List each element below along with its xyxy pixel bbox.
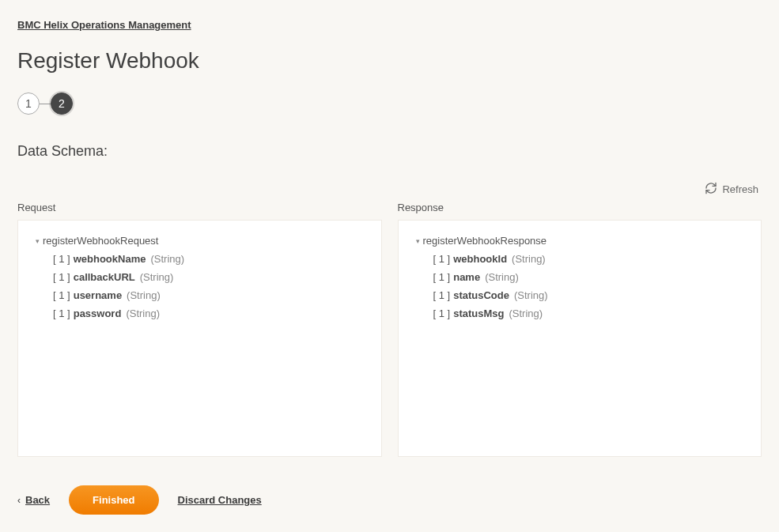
field-type: (String)	[150, 253, 184, 265]
field-name: webhookId	[453, 253, 507, 265]
field-type: (String)	[512, 253, 546, 265]
cardinality: [ 1 ]	[433, 271, 451, 283]
request-panel: ▾ registerWebhookRequest [ 1 ] webhookNa…	[17, 220, 382, 457]
response-panel-wrap: Response ▾ registerWebhookResponse [ 1 ]…	[398, 202, 762, 457]
breadcrumb-parent[interactable]: BMC Helix Operations Management	[17, 19, 191, 31]
tree-item[interactable]: [ 1 ] webhookId (String)	[433, 253, 744, 265]
schema-panels: Request ▾ registerWebhookRequest [ 1 ] w…	[17, 202, 762, 457]
response-root-label: registerWebhookResponse	[423, 235, 547, 247]
tree-item[interactable]: [ 1 ] callbackURL (String)	[53, 271, 364, 283]
field-type: (String)	[126, 308, 160, 319]
response-panel-title: Response	[398, 202, 762, 213]
request-panel-title: Request	[17, 202, 382, 213]
section-title: Data Schema:	[17, 143, 762, 160]
tree-item[interactable]: [ 1 ] webhookName (String)	[53, 253, 364, 265]
field-name: name	[453, 271, 480, 283]
wizard-footer: ‹ Back Finished Discard Changes	[17, 485, 762, 515]
cardinality: [ 1 ]	[53, 253, 70, 265]
field-type: (String)	[485, 271, 519, 283]
response-root-node[interactable]: ▾ registerWebhookResponse	[416, 235, 744, 247]
tree-item[interactable]: [ 1 ] statusCode (String)	[433, 289, 744, 301]
back-button[interactable]: ‹ Back	[17, 494, 50, 506]
request-panel-wrap: Request ▾ registerWebhookRequest [ 1 ] w…	[17, 202, 382, 457]
tree-item[interactable]: [ 1 ] password (String)	[53, 308, 364, 319]
chevron-down-icon: ▾	[416, 237, 420, 245]
cardinality: [ 1 ]	[433, 289, 451, 301]
field-type: (String)	[127, 289, 161, 301]
chevron-down-icon: ▾	[36, 237, 40, 245]
cardinality: [ 1 ]	[53, 308, 70, 319]
page-title: Register Webhook	[17, 48, 762, 74]
request-root-label: registerWebhookRequest	[43, 235, 158, 247]
finished-button[interactable]: Finished	[69, 485, 158, 515]
chevron-left-icon: ‹	[17, 495, 21, 506]
cardinality: [ 1 ]	[433, 308, 451, 319]
field-name: username	[74, 289, 122, 301]
refresh-button[interactable]: Refresh	[705, 182, 758, 197]
refresh-label: Refresh	[722, 183, 758, 195]
discard-changes-link[interactable]: Discard Changes	[178, 494, 262, 506]
tree-item[interactable]: [ 1 ] name (String)	[433, 271, 744, 283]
wizard-stepper: 1 2	[17, 92, 762, 115]
response-panel: ▾ registerWebhookResponse [ 1 ] webhookI…	[398, 220, 762, 457]
field-type: (String)	[509, 308, 543, 319]
refresh-icon	[705, 182, 717, 197]
step-connector	[40, 104, 51, 104]
tree-item[interactable]: [ 1 ] username (String)	[53, 289, 364, 301]
request-tree-children: [ 1 ] webhookName (String) [ 1 ] callbac…	[36, 253, 364, 319]
field-name: callbackURL	[74, 271, 135, 283]
cardinality: [ 1 ]	[433, 253, 451, 265]
field-name: password	[74, 308, 122, 319]
field-name: statusMsg	[453, 308, 504, 319]
field-type: (String)	[514, 289, 548, 301]
response-tree-children: [ 1 ] webhookId (String) [ 1 ] name (Str…	[416, 253, 744, 319]
cardinality: [ 1 ]	[53, 271, 70, 283]
field-name: statusCode	[453, 289, 509, 301]
request-root-node[interactable]: ▾ registerWebhookRequest	[36, 235, 364, 247]
field-type: (String)	[140, 271, 174, 283]
cardinality: [ 1 ]	[53, 289, 70, 301]
back-label: Back	[25, 494, 50, 506]
step-2[interactable]: 2	[51, 92, 73, 115]
tree-item[interactable]: [ 1 ] statusMsg (String)	[433, 308, 744, 319]
step-1[interactable]: 1	[17, 92, 40, 115]
field-name: webhookName	[74, 253, 146, 265]
